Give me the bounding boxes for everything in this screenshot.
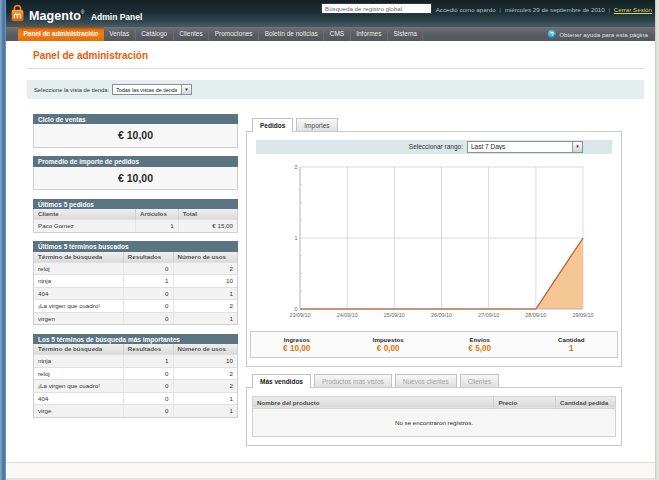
table-cell: 0 (123, 380, 173, 393)
main-navigation: Panel de administraciónVentasCatálogoCli… (6, 27, 655, 41)
brand-name: Magento (29, 9, 81, 23)
table-cell: reloj (34, 262, 123, 275)
table-row[interactable]: 40401 (34, 287, 237, 300)
dashboard-box: Últimos 5 pedidosClienteArtículosTotalPa… (33, 199, 238, 233)
table-cell: € 15,00 (178, 220, 237, 232)
table-cell: Paco Gomez (34, 220, 136, 232)
table-cell: 0 (123, 300, 173, 313)
table-cell: 1 (173, 287, 237, 300)
dashboard-table: Término de búsquedaResultadosNúmero de u… (34, 344, 237, 417)
header-user-info: Accedió como apardo | miércoles 29 de se… (436, 6, 652, 13)
table-row[interactable]: ninja110 (34, 355, 237, 368)
nav-lead-spacer (6, 27, 18, 41)
dashboard-box-value: € 10,00 (33, 167, 238, 191)
tab-m-s-vendidos[interactable]: Más vendidos (252, 374, 311, 388)
dashboard-box-title: Los 5 términos de búsqueda más important… (33, 334, 238, 345)
nav-item-ventas[interactable]: Ventas (104, 27, 136, 41)
total-item: Cantidad1 (526, 332, 618, 357)
chevron-down-icon: ▼ (572, 142, 582, 152)
range-selected: Last 7 Days (471, 143, 568, 150)
global-search-input[interactable] (321, 3, 432, 14)
dashboard-box-table: Término de búsquedaResultadosNúmero de u… (33, 252, 238, 326)
store-view-select[interactable]: Todas las vistas de tienda ▼ (112, 84, 192, 96)
table-column-header: Número de usos (173, 344, 237, 355)
nav-item-clientes[interactable]: Clientes (174, 27, 209, 41)
table-row[interactable]: 40401 (34, 392, 237, 405)
nav-item-promociones[interactable]: Promociones (209, 27, 259, 41)
total-item: Impuestos€ 0,00 (343, 332, 435, 357)
table-cell: 2 (173, 380, 237, 393)
nav-item-panel-de-administraci-n[interactable]: Panel de administración (18, 27, 104, 41)
svg-text:26/09/10: 26/09/10 (431, 312, 452, 318)
nav-item-cat-logo[interactable]: Catálogo (136, 27, 174, 41)
table-row[interactable]: virgen01 (34, 312, 237, 324)
nav-item-sistema[interactable]: Sistema (388, 27, 423, 41)
dashboard-box: Promedio de importe de pedidos€ 10,00 (33, 156, 238, 190)
table-row[interactable]: ninja110 (34, 275, 237, 288)
help-link[interactable]: ? Obtener ayuda para esta página (548, 27, 655, 41)
table-row[interactable]: reloj02 (34, 367, 237, 380)
table-row[interactable]: reloj02 (34, 262, 237, 275)
chart-panel: Seleccionar rango: Last 7 Days ▼ 01223/0… (246, 131, 622, 368)
total-label: Envíos (434, 336, 526, 343)
table-cell: 0 (123, 287, 173, 300)
svg-text:24/09/10: 24/09/10 (337, 312, 358, 318)
table-cell: 2 (173, 300, 237, 313)
table-cell: 2 (173, 367, 237, 380)
dashboard-box-title: Últimos 5 pedidos (33, 199, 238, 210)
svg-text:28/09/10: 28/09/10 (525, 312, 546, 318)
window-edge-left (0, 0, 6, 480)
products-grid-panel: Nombre del productoPrecioCantidad pedida… (246, 387, 622, 446)
dashboard-box: Los 5 términos de búsqueda más important… (33, 334, 238, 418)
magento-admin-app: Magento® Admin Panel Accedió como apardo… (6, 0, 655, 480)
separator: | (499, 6, 501, 13)
tab-pedidos[interactable]: Pedidos (252, 118, 293, 132)
table-cell: 1 (123, 355, 173, 368)
grid-empty-message: No se encontraron registros. (253, 408, 616, 436)
dashboard-right-column: PedidosImportes Seleccionar rango: Last … (246, 118, 622, 446)
table-row[interactable]: Paco Gomez1€ 15,00 (34, 220, 237, 232)
brand-suffix: Admin Panel (91, 12, 142, 22)
nav-item-bolet-n-de-noticias[interactable]: Boletín de noticias (259, 27, 324, 41)
page-title: Panel de administración (33, 50, 148, 61)
chevron-down-icon: ▼ (181, 85, 191, 95)
table-cell: 404 (34, 287, 123, 300)
table-cell: ¡La virgen que cuadro! (34, 300, 123, 313)
svg-text:29/09/10: 29/09/10 (573, 312, 594, 318)
table-row[interactable]: virge01 (34, 405, 237, 417)
svg-text:1: 1 (295, 235, 298, 241)
total-value: 1 (526, 344, 618, 353)
svg-text:27/09/10: 27/09/10 (478, 312, 499, 318)
nav-items: Panel de administraciónVentasCatálogoCli… (18, 27, 423, 41)
table-row[interactable]: ¡La virgen que cuadro!02 (34, 300, 237, 313)
table-cell: 1 (136, 220, 179, 232)
table-cell: 0 (123, 405, 173, 417)
table-cell: ¡La virgen que cuadro! (34, 380, 123, 393)
help-label: Obtener ayuda para esta página (559, 31, 648, 38)
table-cell: virge (34, 405, 123, 417)
dashboard-table: ClienteArtículosTotalPaco Gomez1€ 15,00 (34, 209, 237, 232)
logged-in-text: Accedió como apardo (436, 6, 496, 13)
dashboard-box: Ciclo de ventas€ 10,00 (33, 114, 238, 148)
table-column-header: Artículos (136, 209, 179, 220)
grid-tabs: Más vendidosProductos más vistosNuevos c… (246, 374, 622, 387)
range-select[interactable]: Last 7 Days ▼ (467, 141, 583, 153)
table-cell: 0 (123, 262, 173, 275)
store-switcher-band: Seleccione la vista de tienda: Todas las… (27, 80, 644, 99)
dashboard-box-value: € 10,00 (33, 124, 238, 148)
totals-row: Ingresos€ 10,00Impuestos€ 0,00Envíos€ 5,… (250, 331, 618, 358)
logout-link[interactable]: Cerrar Sesión (614, 6, 652, 13)
grid-column-header: Precio (494, 396, 556, 408)
help-icon: ? (548, 30, 556, 38)
dashboard-table: Término de búsquedaResultadosNúmero de u… (34, 252, 237, 325)
page-content: Panel de administración Seleccione la vi… (6, 41, 655, 480)
dashboard-box-table: Término de búsquedaResultadosNúmero de u… (33, 344, 238, 418)
total-value: € 5,00 (434, 344, 526, 353)
table-row[interactable]: ¡La virgen que cuadro!02 (34, 380, 237, 393)
store-switcher-label: Seleccione la vista de tienda: (34, 87, 109, 93)
tab-clientes: Clientes (460, 374, 499, 387)
tab-importes[interactable]: Importes (296, 118, 337, 131)
nav-item-cms[interactable]: CMS (324, 27, 350, 41)
dashboard-box-title: Últimos 5 términos buscados (33, 241, 238, 252)
nav-item-informes[interactable]: Informes (351, 27, 388, 41)
